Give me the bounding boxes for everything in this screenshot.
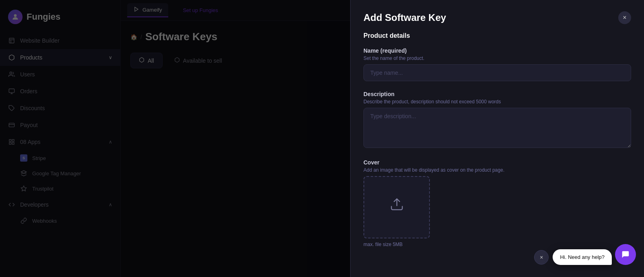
chat-close-icon: × (540, 254, 543, 261)
name-hint: Set the name of the product. (363, 55, 631, 61)
section-title: Product details (363, 32, 631, 39)
chat-fab-button[interactable] (615, 244, 636, 265)
cover-field-group: Cover Add an image that will be displaye… (363, 159, 631, 247)
chat-close-button[interactable]: × (534, 250, 549, 265)
close-icon: × (623, 14, 626, 21)
cover-hint: Add an image that will be displayed as c… (363, 167, 631, 173)
drawer-title: Add Software Key (363, 12, 446, 23)
max-file-size-text: max. file size 5MB (363, 242, 631, 247)
add-software-key-drawer: Add Software Key × Product details Name … (350, 0, 644, 277)
cover-label: Cover (363, 159, 631, 166)
name-label: Name (required) (363, 47, 631, 54)
upload-icon (390, 197, 404, 214)
cover-upload-area[interactable] (363, 176, 430, 238)
close-button[interactable]: × (618, 11, 631, 24)
description-label: Description (363, 91, 631, 97)
drawer-body: Product details Name (required) Set the … (351, 32, 644, 277)
name-field-group: Name (required) Set the name of the prod… (363, 47, 631, 81)
chat-message: Hi. Need any help? (553, 249, 612, 265)
name-input[interactable] (363, 64, 631, 81)
description-input[interactable] (363, 108, 631, 148)
chat-widget: × Hi. Need any help? (534, 249, 612, 265)
drawer-header: Add Software Key × (351, 0, 644, 32)
description-field-group: Description Describe the product, descri… (363, 91, 631, 150)
description-hint: Describe the product, description should… (363, 99, 631, 105)
